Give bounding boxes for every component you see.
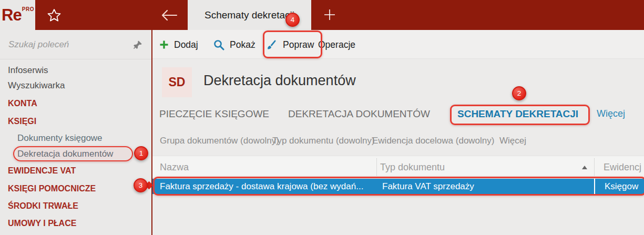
sidebar-item-dokumenty-ksiegowe[interactable]: Dokumenty księgowe xyxy=(0,131,151,146)
sidebar-item-umowy-i-place[interactable]: UMOWY I PŁACE xyxy=(0,216,151,231)
sidebar-item-label: EWIDENCJE VAT xyxy=(8,166,76,176)
column-separator xyxy=(594,158,595,176)
navigation-sidebar: Infoserwis Wyszukiwarka KONTA KSIĘGI Dok… xyxy=(0,30,151,235)
back-arrow-icon[interactable] xyxy=(161,9,178,22)
annotation-rect-step4 xyxy=(263,30,322,58)
column-separator xyxy=(376,158,377,176)
add-button[interactable]: Dodaj xyxy=(159,34,198,55)
app-window: RePRO Schematy dekretacji xyxy=(0,0,644,235)
annotation-badge-step4: 4 xyxy=(285,13,300,27)
column-header-nazwa[interactable]: Nazwa xyxy=(160,162,189,173)
add-button-label: Dodaj xyxy=(174,39,198,50)
logo-superscript: PRO xyxy=(22,6,34,12)
page-header: SD Dekretacja dokumentów xyxy=(152,59,644,104)
tab-title: Schematy dekretacji xyxy=(205,9,294,21)
page-title: Dekretacja dokumentów xyxy=(203,73,356,89)
pin-icon[interactable] xyxy=(133,40,142,49)
new-tab-plus-icon[interactable] xyxy=(323,8,336,21)
sidebar-item-label: Dokumenty księgowe xyxy=(17,133,103,144)
sidebar-item-konta[interactable]: KONTA xyxy=(0,96,151,111)
column-header-ewidencja[interactable]: Ewidencj xyxy=(604,162,641,173)
filter-ewidencja-docelowa[interactable]: Ewidencja docelowa (dowolny) xyxy=(372,136,494,146)
tabs-more-link[interactable]: Więcej xyxy=(597,108,625,119)
tab-pieczecie-ksiegowe[interactable]: PIECZĘCIE KSIĘGOWE xyxy=(159,108,269,120)
toolbar: Dodaj Pokaż Popraw xyxy=(152,30,644,59)
tab-dekretacja-dokumentow[interactable]: DEKRETACJA DOKUMENTÓW xyxy=(288,108,430,120)
annotation-badge-step2: 2 xyxy=(512,86,526,100)
operations-button-label: Operacje xyxy=(318,39,355,50)
filter-bar: Grupa dokumentów (dowolny) Typ dokumentu… xyxy=(152,131,644,151)
sidebar-item-ewidencje-vat[interactable]: EWIDENCJE VAT xyxy=(0,164,151,178)
sidebar-item-label: Infoserwis xyxy=(8,65,48,76)
title-bar: RePRO Schematy dekretacji xyxy=(0,0,644,30)
table-header: Nazwa Typ dokumentu Ewidencj xyxy=(152,156,644,178)
app-logo: RePRO xyxy=(0,0,35,30)
sidebar-item-srodki-trwale[interactable]: ŚRODKI TRWAŁE xyxy=(0,199,151,213)
annotation-badge-step3: 3 xyxy=(134,178,148,192)
show-button-label: Pokaż xyxy=(230,39,255,50)
plus-icon xyxy=(159,40,169,49)
annotation-rect-step1 xyxy=(13,146,133,161)
annotation-rect-step2 xyxy=(450,105,590,125)
module-badge-label: SD xyxy=(169,75,186,89)
module-badge: SD xyxy=(162,67,192,97)
sidebar-item-label: Wyszukiwarka xyxy=(8,80,65,91)
operations-button[interactable]: Operacje xyxy=(318,34,355,55)
show-button[interactable]: Pokaż xyxy=(213,34,255,55)
filter-typ-dokumentu[interactable]: Typ dokumentu (dowolny) xyxy=(272,136,375,146)
annotation-badge-step1: 1 xyxy=(134,146,148,160)
command-search-row xyxy=(0,30,151,59)
sidebar-item-label: KSIĘGI POMOCNICZE xyxy=(8,184,96,193)
column-header-typ[interactable]: Typ dokumentu xyxy=(380,162,445,173)
sidebar-item-ksiegi[interactable]: KSIĘGI xyxy=(0,114,151,129)
main-content: Dodaj Pokaż Popraw xyxy=(152,30,644,235)
sidebar-item-infoserwis[interactable]: Infoserwis xyxy=(0,63,151,78)
sort-ascending-icon xyxy=(582,166,587,169)
sidebar-item-wyszukiwarka[interactable]: Wyszukiwarka xyxy=(0,78,151,93)
filter-grupa-dokumentow[interactable]: Grupa dokumentów (dowolny) xyxy=(160,136,279,146)
annotation-rect-step3 xyxy=(153,177,644,196)
filters-more-link[interactable]: Więcej xyxy=(499,136,526,146)
sidebar-item-label: UMOWY I PŁACE xyxy=(8,219,76,228)
magnifier-icon xyxy=(213,39,224,50)
sidebar-item-label: ŚRODKI TRWAŁE xyxy=(8,201,78,211)
sidebar-item-ksiegi-pomocnicze[interactable]: KSIĘGI POMOCNICZE xyxy=(0,181,151,196)
logo-text: Re xyxy=(2,6,22,25)
favorites-star-icon[interactable] xyxy=(47,8,62,23)
sidebar-item-label: KONTA xyxy=(8,99,37,108)
sidebar-item-label: KSIĘGI xyxy=(8,117,36,126)
search-input[interactable] xyxy=(8,37,124,53)
